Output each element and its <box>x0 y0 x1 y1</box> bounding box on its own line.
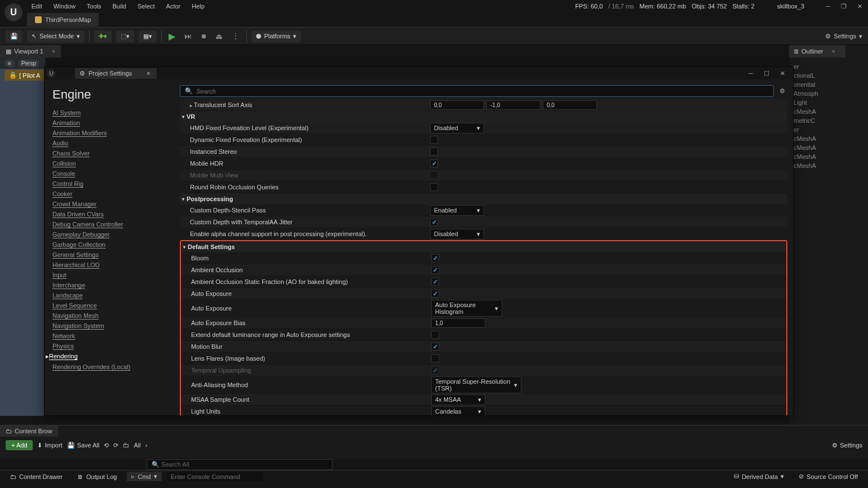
sidebar-item-gameplay-debugger[interactable]: Gameplay Debugger <box>52 229 174 239</box>
modal-maximize[interactable]: ☐ <box>763 69 770 77</box>
maximize-button[interactable]: ❐ <box>840 2 848 10</box>
viewport-menu[interactable]: ≡ <box>5 60 15 67</box>
skip-button[interactable]: ⏭ <box>182 32 194 41</box>
sidebar-item-console[interactable]: Console <box>52 168 174 179</box>
num-input-y[interactable]: -1,0 <box>486 100 541 110</box>
outliner-tab[interactable]: ≣ Outliner × <box>789 45 845 57</box>
platforms-dropdown[interactable]: ⬢ Platforms ▾ <box>251 30 301 42</box>
msaa-dropdown[interactable]: 4x MSAA▾ <box>431 394 485 405</box>
section-postprocessing[interactable]: ▾Postprocessing <box>180 193 787 205</box>
outliner-item[interactable]: cMeshA <box>791 143 866 152</box>
sidebar-item-input[interactable]: Input <box>52 270 174 280</box>
sidebar-item-interchange[interactable]: Interchange <box>52 280 174 290</box>
user-account[interactable]: skillbox_3 <box>766 2 816 11</box>
close-icon[interactable]: × <box>147 70 150 77</box>
cmd-dropdown[interactable]: ▹Cmd ▾ <box>127 472 161 481</box>
sidebar-item-physics[interactable]: Physics <box>52 341 174 351</box>
sidebar-item-rendering[interactable]: Rendering <box>52 351 174 362</box>
sequence-button[interactable]: ▦▾ <box>139 30 157 42</box>
content-drawer-button[interactable]: 🗀Content Drawer <box>6 472 67 481</box>
sidebar-item-hierarchical-lod[interactable]: Hierarchical LOD <box>52 260 174 270</box>
play-options-button[interactable]: ⋮ <box>229 32 242 41</box>
ao-static-checkbox[interactable] <box>431 278 439 286</box>
aa-method-dropdown[interactable]: Temporal Super-Resolution (TSR)▾ <box>431 376 521 393</box>
eject-button[interactable]: ⏏ <box>213 32 225 41</box>
menu-edit[interactable]: Edit <box>26 3 48 10</box>
sidebar-item-rendering-overrides-local-[interactable]: Rendering Overrides (Local) <box>52 362 174 372</box>
num-input-x[interactable]: 0,0 <box>430 100 484 110</box>
sidebar-item-collision[interactable]: Collision <box>52 158 174 168</box>
content-browser-tab[interactable]: 🗀 Content Brow <box>0 425 58 437</box>
play-button[interactable]: ▶ <box>166 31 178 42</box>
menu-tools[interactable]: Tools <box>81 3 107 10</box>
close-icon[interactable]: × <box>832 48 835 55</box>
dynamic-foveation-checkbox[interactable] <box>430 136 438 144</box>
menu-help[interactable]: Help <box>186 3 210 10</box>
search-field[interactable] <box>196 88 769 95</box>
sidebar-item-animation-modifiers[interactable]: Animation Modifiers <box>52 128 174 138</box>
search-input[interactable]: 🔍 <box>180 85 774 97</box>
select-mode-dropdown[interactable]: ↖ Select Mode ▾ <box>27 30 85 42</box>
sidebar-item-network[interactable]: Network <box>52 331 174 341</box>
hmd-foveation-dropdown[interactable]: Disabled▾ <box>430 123 484 134</box>
menu-actor[interactable]: Actor <box>161 3 187 10</box>
sidebar-item-control-rig[interactable]: Control Rig <box>52 179 174 189</box>
history-forward[interactable]: ⟳ <box>113 442 118 449</box>
search-all-input[interactable]: 🔍 Search All <box>147 459 333 470</box>
import-button[interactable]: ⬇Import <box>37 442 62 449</box>
instanced-stereo-checkbox[interactable] <box>430 148 438 156</box>
outliner-item[interactable]: onential <box>791 80 866 89</box>
outliner-item[interactable]: er <box>791 125 866 134</box>
light-units-dropdown[interactable]: Candelas▾ <box>431 406 485 416</box>
marketplace-button[interactable]: ⬚▾ <box>116 30 134 42</box>
outliner-item[interactable]: cMeshA <box>791 161 866 170</box>
extend-luminance-checkbox[interactable] <box>431 331 439 339</box>
map-tab[interactable]: ThirdPersonMap <box>27 13 99 26</box>
menu-window[interactable]: Window <box>48 3 81 10</box>
outliner-item[interactable]: Atmosph <box>791 89 866 98</box>
section-default-settings[interactable]: ▾Default Settings <box>181 241 786 252</box>
outliner-item[interactable]: cMeshA <box>791 134 866 143</box>
breadcrumb-all[interactable]: All <box>134 442 140 449</box>
breadcrumb-next[interactable]: › <box>145 442 148 449</box>
perspective-dropdown[interactable]: Persp <box>18 60 39 67</box>
stencil-dropdown[interactable]: Enabled▾ <box>430 205 484 216</box>
menu-select[interactable]: Select <box>132 3 161 10</box>
auto-exposure-checkbox[interactable] <box>431 290 439 298</box>
output-log-button[interactable]: 🗎Output Log <box>73 472 121 481</box>
project-settings-tab[interactable]: ⚙ Project Settings × <box>75 68 157 79</box>
alpha-dropdown[interactable]: Disabled▾ <box>430 229 484 239</box>
sidebar-item-navigation-system[interactable]: Navigation System <box>52 321 174 331</box>
mobile-hdr-checkbox[interactable] <box>430 159 438 167</box>
history-back[interactable]: ⟲ <box>104 442 109 449</box>
bloom-checkbox[interactable] <box>431 254 439 262</box>
close-icon[interactable]: × <box>52 48 55 55</box>
add-button[interactable]: + Add <box>6 440 33 450</box>
sidebar-item-audio[interactable]: Audio <box>52 138 174 148</box>
sidebar-item-chaos-solver[interactable]: Chaos Solver <box>52 148 174 158</box>
close-button[interactable]: ✕ <box>856 2 863 10</box>
sidebar-item-level-sequence[interactable]: Level Sequence <box>52 300 174 310</box>
auto-exposure-dropdown[interactable]: Auto Exposure Histogram▾ <box>431 300 502 317</box>
modal-close[interactable]: ✕ <box>778 69 786 77</box>
sidebar-item-landscape[interactable]: Landscape <box>52 290 174 300</box>
num-input-z[interactable]: 0,0 <box>543 100 597 110</box>
settings-sidebar[interactable]: Engine AI SystemAnimationAnimation Modif… <box>45 79 174 415</box>
outliner-item[interactable]: cMeshA <box>791 152 866 161</box>
sidebar-item-garbage-collection[interactable]: Garbage Collection <box>52 239 174 250</box>
folder-up[interactable]: 🗀 <box>123 442 129 449</box>
outliner-item[interactable]: metricC <box>791 116 866 125</box>
outliner-item[interactable]: ctionalL <box>791 71 866 80</box>
outliner-item[interactable]: Light <box>791 98 866 107</box>
outliner-item[interactable]: er <box>791 62 866 71</box>
sidebar-item-ai-system[interactable]: AI System <box>52 108 174 118</box>
outliner-tree[interactable]: erctionalLonentialAtmosphLightcMeshAmetr… <box>789 57 868 175</box>
motion-blur-checkbox[interactable] <box>431 343 439 351</box>
modal-minimize[interactable]: ─ <box>747 69 755 77</box>
source-control-button[interactable]: ⊘Source Control Off <box>794 472 862 481</box>
sidebar-item-cooker[interactable]: Cooker <box>52 189 174 199</box>
sidebar-item-navigation-mesh[interactable]: Navigation Mesh <box>52 310 174 321</box>
sidebar-item-crowd-manager[interactable]: Crowd Manager <box>52 199 174 209</box>
exposure-bias-input[interactable]: 1,0 <box>431 318 485 328</box>
round-robin-checkbox[interactable] <box>430 183 438 191</box>
